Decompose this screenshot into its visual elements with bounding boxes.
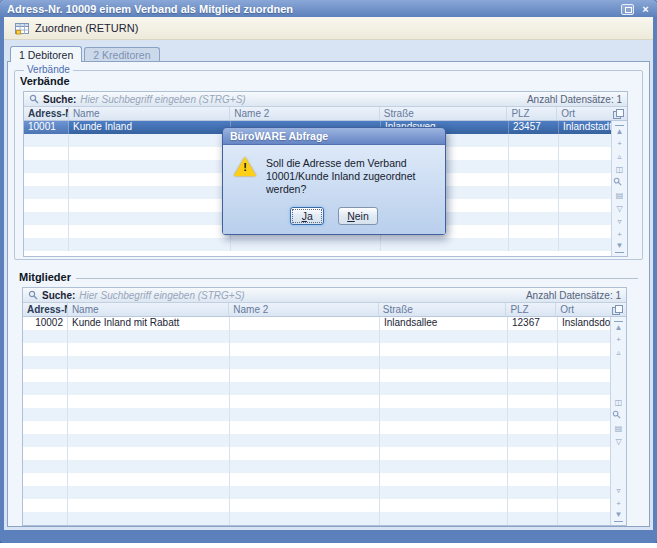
- cell-ort[interactable]: [558, 382, 610, 395]
- cell-ort[interactable]: [559, 160, 611, 173]
- table-row[interactable]: [23, 434, 610, 447]
- cell-name[interactable]: Kunde Inland: [69, 121, 231, 134]
- table-row[interactable]: [23, 512, 610, 525]
- rows-view-icon[interactable]: ▤: [612, 423, 625, 434]
- cell-name2[interactable]: [231, 238, 381, 251]
- cell-plz[interactable]: [509, 238, 559, 251]
- cell-plz[interactable]: [509, 160, 559, 173]
- cell-ort[interactable]: [558, 421, 610, 434]
- cell-name[interactable]: [68, 356, 230, 369]
- cell-name[interactable]: [69, 212, 231, 225]
- cell-adress_nr[interactable]: [23, 343, 68, 356]
- insert-down-icon[interactable]: +: [612, 498, 625, 509]
- cell-name[interactable]: [69, 225, 231, 238]
- cell-name[interactable]: [68, 408, 230, 421]
- cell-plz[interactable]: [509, 134, 559, 147]
- cell-ort[interactable]: [559, 238, 611, 251]
- verbaende-search-bar[interactable]: Suche: Hier Suchbegriff eingeben (STRG+S…: [24, 92, 627, 107]
- cell-adress_nr[interactable]: [24, 147, 69, 160]
- cell-ort[interactable]: [558, 408, 610, 421]
- cell-plz[interactable]: [509, 199, 559, 212]
- table-row[interactable]: [23, 408, 610, 421]
- cell-name[interactable]: [68, 499, 230, 512]
- cell-ort[interactable]: Inslandsdorf: [558, 317, 610, 330]
- table-row[interactable]: [23, 486, 610, 499]
- cell-adress_nr[interactable]: [24, 212, 69, 225]
- cell-adress_nr[interactable]: [23, 512, 68, 525]
- cell-adress_nr[interactable]: [23, 408, 68, 421]
- table-search-icon[interactable]: [612, 410, 625, 421]
- cell-ort[interactable]: [558, 499, 610, 512]
- columns-icon[interactable]: ◫: [612, 397, 625, 408]
- table-row[interactable]: [24, 238, 611, 251]
- cell-strasse[interactable]: [380, 408, 508, 421]
- cell-plz[interactable]: [509, 212, 559, 225]
- cell-adress_nr[interactable]: [24, 186, 69, 199]
- cell-ort[interactable]: [558, 395, 610, 408]
- cell-ort[interactable]: [559, 147, 611, 160]
- cell-strasse[interactable]: [380, 473, 508, 486]
- cell-plz[interactable]: [509, 225, 559, 238]
- cell-name2[interactable]: [230, 499, 380, 512]
- insert-up-icon[interactable]: +: [612, 334, 625, 345]
- cell-ort[interactable]: [559, 134, 611, 147]
- cell-name[interactable]: [69, 134, 231, 147]
- cell-adress_nr[interactable]: [23, 486, 68, 499]
- filter-icon[interactable]: ▽: [612, 436, 625, 447]
- cell-adress_nr[interactable]: [24, 160, 69, 173]
- cell-name2[interactable]: [230, 369, 380, 382]
- rows-view-icon[interactable]: ▤: [613, 190, 626, 201]
- scroll-top-icon[interactable]: ▲: [613, 125, 626, 136]
- cell-plz[interactable]: [508, 330, 558, 343]
- cell-strasse[interactable]: [380, 356, 508, 369]
- cell-plz[interactable]: [508, 356, 558, 369]
- step-up-icon[interactable]: ▵: [612, 347, 625, 358]
- column-options-icon[interactable]: [608, 303, 626, 316]
- cell-name2[interactable]: [230, 460, 380, 473]
- scroll-top-icon[interactable]: ▲: [612, 321, 625, 332]
- cell-strasse[interactable]: [380, 434, 508, 447]
- table-row[interactable]: [23, 395, 610, 408]
- cell-name[interactable]: [69, 160, 231, 173]
- cell-ort[interactable]: [559, 186, 611, 199]
- cell-adress_nr[interactable]: [23, 421, 68, 434]
- cell-ort[interactable]: [558, 330, 610, 343]
- cell-name[interactable]: [69, 199, 231, 212]
- cell-plz[interactable]: [508, 499, 558, 512]
- table-row[interactable]: [23, 460, 610, 473]
- cell-adress_nr[interactable]: [23, 395, 68, 408]
- col-adressnr[interactable]: Adress-Nr.: [23, 303, 68, 316]
- cell-adress_nr[interactable]: [23, 460, 68, 473]
- cell-name2[interactable]: [230, 512, 380, 525]
- table-search-icon[interactable]: [613, 177, 626, 188]
- tab-kreditoren[interactable]: 2 Kreditoren: [84, 47, 159, 61]
- cell-name[interactable]: [68, 473, 230, 486]
- cell-adress_nr[interactable]: [24, 238, 69, 251]
- cell-plz[interactable]: [508, 395, 558, 408]
- cell-name[interactable]: [68, 421, 230, 434]
- tab-debitoren[interactable]: 1 Debitoren: [10, 46, 82, 62]
- table-row[interactable]: [23, 369, 610, 382]
- col-plz[interactable]: PLZ: [507, 107, 557, 120]
- cell-adress_nr[interactable]: 10001: [24, 121, 69, 134]
- column-options-icon[interactable]: [609, 107, 627, 120]
- cell-strasse[interactable]: [380, 330, 508, 343]
- col-ort[interactable]: Ort: [556, 303, 608, 316]
- cell-name2[interactable]: [230, 330, 380, 343]
- cell-name[interactable]: [68, 395, 230, 408]
- cell-adress_nr[interactable]: [23, 499, 68, 512]
- table-row[interactable]: [23, 499, 610, 512]
- cell-adress_nr[interactable]: [24, 173, 69, 186]
- close-icon[interactable]: ×: [639, 3, 652, 15]
- cell-ort[interactable]: [558, 460, 610, 473]
- cell-ort[interactable]: [558, 447, 610, 460]
- titlebar[interactable]: Adress-Nr. 10009 einem Verband als Mitgl…: [0, 0, 657, 17]
- cell-name2[interactable]: [230, 408, 380, 421]
- cell-name[interactable]: [68, 512, 230, 525]
- cell-adress_nr[interactable]: [23, 473, 68, 486]
- cell-name2[interactable]: [230, 473, 380, 486]
- cell-adress_nr[interactable]: [23, 369, 68, 382]
- table-row[interactable]: 10002Kunde Inland mit RabattInlandsallee…: [23, 317, 610, 330]
- cell-plz[interactable]: [509, 173, 559, 186]
- cell-name[interactable]: [68, 343, 230, 356]
